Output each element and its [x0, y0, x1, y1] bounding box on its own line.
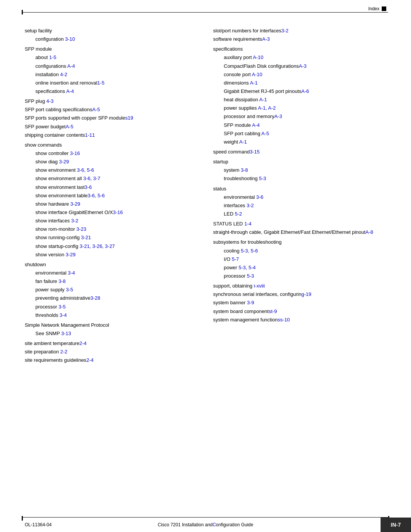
list-item: power 5-3, 5-4 — [213, 264, 386, 272]
entry-sub: system 3-8 — [213, 167, 248, 173]
link[interactable]: 2-4 — [80, 340, 87, 346]
entry-sub: show environment 3-6, 5-6 — [25, 167, 94, 173]
link[interactable]: 3-8 — [59, 278, 66, 284]
list-item: subsystems for troubleshooting — [213, 238, 386, 246]
link[interactable]: 3-16 — [70, 150, 80, 156]
entry-sub: dimensions A-1 — [213, 80, 258, 86]
link[interactable]: 4-2 — [60, 72, 67, 77]
link[interactable]: A-5 — [261, 131, 269, 136]
link[interactable]: 3-2 — [247, 203, 254, 208]
list-item: status — [213, 185, 386, 193]
link[interactable]: A-3 — [262, 36, 270, 42]
link[interactable]: 3-4 — [68, 270, 75, 276]
list-item: preventing administrative3-28 — [25, 294, 198, 302]
link[interactable]: 3-5 — [59, 304, 66, 310]
link[interactable]: 3-21, 3-26, 3-27 — [80, 243, 115, 249]
link[interactable]: A-3 — [299, 63, 306, 69]
link[interactable]: A-4 — [66, 88, 74, 94]
link[interactable]: 3-5 — [66, 287, 73, 292]
link[interactable]: 2-4 — [86, 357, 94, 363]
link[interactable]: 3-6 — [84, 184, 92, 190]
link[interactable]: 3-29 — [59, 159, 69, 165]
link[interactable]: ss-10 — [278, 317, 290, 323]
list-item: show environment last3-6 — [25, 184, 198, 191]
link[interactable]: 3-10 — [65, 36, 75, 42]
link[interactable]: i-xviii — [254, 283, 265, 289]
link[interactable]: A-1, A-2 — [258, 105, 276, 111]
list-item: site ambient temperature2-4 — [25, 340, 198, 347]
link[interactable]: 3-29 — [70, 201, 80, 207]
link[interactable]: 3-8 — [241, 167, 248, 173]
list-item: heat dissipation A-1 — [213, 96, 386, 104]
link[interactable]: 1-5 — [49, 54, 56, 60]
link[interactable]: A-3 — [274, 113, 282, 119]
list-item: specifications A-4 — [25, 88, 198, 95]
link[interactable]: 5-3 — [259, 176, 266, 181]
link[interactable]: 5-3, 5-6 — [241, 248, 258, 254]
link[interactable]: 3-6, 5-6 — [88, 193, 105, 198]
list-item: shipping container contents1-11 — [25, 131, 198, 139]
link[interactable]: A-1 — [259, 97, 267, 102]
link[interactable]: g-19 — [301, 291, 311, 297]
link[interactable]: A-6 — [301, 88, 309, 94]
entry-sub: power 5-3, 5-4 — [213, 265, 256, 270]
link[interactable]: 1-4 — [244, 221, 252, 227]
list-item: SFP module A-4 — [213, 121, 386, 129]
link[interactable]: A-5 — [92, 107, 100, 112]
list-item: Simple Network Management Protocol — [25, 321, 198, 329]
link[interactable]: 3-9 — [247, 300, 254, 305]
link[interactable]: 3-29 — [65, 252, 75, 257]
link[interactable]: A-5 — [65, 124, 73, 129]
link[interactable]: 3-6, 5-6 — [77, 167, 94, 173]
link[interactable]: 3-21 — [81, 235, 91, 240]
entry-main: software requirementsA-3 — [213, 36, 270, 42]
link[interactable]: 3-13 — [61, 331, 71, 336]
link[interactable]: 4-3 — [46, 98, 54, 104]
link[interactable]: A-4 — [252, 122, 260, 128]
link[interactable]: 3-28 — [91, 295, 100, 301]
link[interactable]: 5-2 — [235, 211, 242, 217]
list-item: installation 4-2 — [25, 71, 198, 78]
link[interactable]: A-10 — [252, 72, 262, 77]
footer-title-text2: onfiguration Guide — [216, 522, 253, 527]
link[interactable]: 3-16 — [113, 209, 123, 215]
entry-sub: show environment last3-6 — [25, 184, 92, 190]
list-item: system 3-8 — [213, 166, 386, 174]
link[interactable]: A-1 — [239, 139, 247, 145]
entry-sub: show startup-config 3-21, 3-26, 3-27 — [25, 243, 115, 249]
link[interactable]: A-4 — [67, 63, 75, 69]
link[interactable]: 5-7 — [232, 256, 239, 262]
list-item: SFP port cabling specificationsA-5 — [25, 106, 198, 113]
entry-sub: console port A-10 — [213, 72, 262, 77]
entry-main: system management functionss-10 — [213, 317, 290, 323]
footer-title-text: Cisco 7201 Installation and — [158, 522, 213, 527]
link[interactable]: 3-2 — [71, 218, 78, 224]
link[interactable]: 3-15 — [250, 149, 260, 155]
list-item: system banner 3-9 — [213, 299, 386, 307]
footer-title: Cisco 7201 Installation andConfiguration… — [158, 522, 253, 527]
top-border — [23, 12, 388, 13]
list-item: show rom-monitor 3-23 — [25, 225, 198, 233]
link[interactable]: 3-23 — [76, 226, 86, 232]
link[interactable]: st-9 — [269, 308, 277, 314]
entry-sub: show rom-monitor 3-23 — [25, 226, 86, 232]
footer-link[interactable]: C — [213, 522, 216, 527]
link[interactable]: 1-5 — [97, 80, 105, 86]
link[interactable]: A-1 — [250, 80, 258, 86]
link[interactable]: A-10 — [253, 54, 263, 60]
link[interactable]: 3-4 — [60, 312, 67, 318]
link[interactable]: 2-2 — [60, 349, 67, 355]
entry-main: shipping container contents1-11 — [25, 132, 95, 138]
link[interactable]: 3-2 — [281, 28, 288, 34]
link[interactable]: s19 — [125, 115, 133, 121]
link[interactable]: 3-6 — [256, 194, 263, 200]
list-item: shutdown — [25, 261, 198, 268]
list-item: show interface GigabitEthernet O/X3-16 — [25, 209, 198, 216]
link[interactable]: 5-3 — [247, 273, 254, 279]
link[interactable]: 3-6, 3-7 — [83, 176, 100, 181]
entry-main: SFP plug 4-3 — [25, 98, 54, 104]
link[interactable]: 1-11 — [85, 132, 95, 138]
footer-page-box: IN-7 — [381, 518, 411, 532]
link[interactable]: 5-3, 5-4 — [239, 265, 256, 270]
link[interactable]: A-8 — [365, 229, 373, 235]
